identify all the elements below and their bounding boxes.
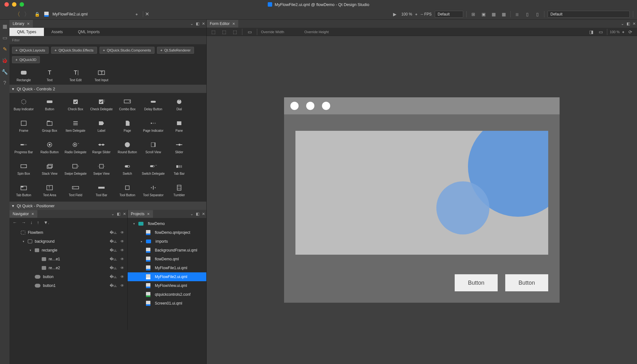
filter-input[interactable]: Filter <box>9 36 206 44</box>
override-height-label[interactable]: Override Height <box>304 30 329 34</box>
component-item[interactable]: Delay Button <box>140 94 166 115</box>
navigator-row[interactable]: button1�ււ👁 <box>9 281 127 290</box>
component-item[interactable]: Pane <box>166 115 192 136</box>
visibility-icon[interactable]: 👁 <box>120 275 124 279</box>
grid-icon-2[interactable]: ▦ <box>500 11 507 18</box>
component-item[interactable]: Round Button <box>114 136 140 158</box>
layout-icon[interactable]: ▭ <box>246 28 253 35</box>
export-icon[interactable]: �ււ <box>110 239 117 244</box>
mock-button-2[interactable]: Button <box>505 274 548 291</box>
component-item[interactable]: Tool Separator <box>140 179 166 201</box>
visibility-icon[interactable]: 👁 <box>120 239 124 244</box>
popout-icon[interactable]: ◧ <box>625 21 631 26</box>
arrow-left-icon[interactable]: ← <box>13 220 17 225</box>
component-item[interactable]: Check Box <box>63 94 88 115</box>
arrow-up-icon[interactable]: ↑ <box>37 220 39 225</box>
component-item[interactable]: TText Area <box>37 179 63 201</box>
project-row[interactable]: ▾flowDemo <box>128 219 206 228</box>
bounds-icon[interactable]: ▣ <box>480 11 487 18</box>
component-item[interactable]: Spin Box <box>11 158 37 179</box>
component-item[interactable]: Tool Bar <box>88 179 114 201</box>
navigator-row[interactable]: re…e2�ււ👁 <box>9 264 127 272</box>
component-item[interactable]: Slider <box>166 136 192 158</box>
tool-icon-1[interactable]: ◨ <box>588 28 595 35</box>
visibility-icon[interactable]: 👁 <box>120 230 124 235</box>
component-item[interactable]: Stack View <box>37 158 63 179</box>
library-tab[interactable]: Library ✕ <box>9 20 33 27</box>
zoom-value[interactable]: 100 % <box>401 12 412 16</box>
close-icon[interactable]: ✕ <box>27 22 30 26</box>
doc-mode-icon[interactable]: ▭ <box>1 34 8 41</box>
export-icon[interactable]: �ււ <box>110 257 117 261</box>
play-icon[interactable]: ▶ <box>391 11 398 18</box>
popout-icon[interactable]: ◧ <box>116 212 122 216</box>
project-row[interactable]: ▸imports <box>128 237 206 246</box>
mock-button-1[interactable]: Button <box>455 274 498 291</box>
popout-icon[interactable]: ◧ <box>195 21 201 26</box>
style-select[interactable]: Default <box>548 11 630 18</box>
component-item[interactable]: Text Field <box>63 179 88 201</box>
nav-forward-icon[interactable]: 〉 <box>24 10 30 18</box>
subtab-assets[interactable]: Assets <box>44 28 70 36</box>
zoom-dropdown-icon[interactable]: ◆ <box>415 13 417 16</box>
component-item[interactable]: TText Edit <box>63 66 88 85</box>
project-row[interactable]: MyFlowView.ui.qml <box>128 281 206 290</box>
settings-mode-icon[interactable]: 🔧 <box>1 68 8 75</box>
export-icon[interactable]: �ււ <box>110 266 117 270</box>
filter-icon[interactable]: ▼. <box>44 220 49 225</box>
component-item[interactable]: Item Delegate <box>63 115 88 136</box>
align-icon-2[interactable]: ▯ <box>524 11 531 18</box>
lock-icon[interactable]: 🔒 <box>33 11 40 18</box>
zoom-stepper-icon[interactable]: ◆ <box>622 30 624 33</box>
expand-icon[interactable]: ▾ <box>21 240 25 243</box>
grid-mode-icon[interactable]: ▦ <box>1 23 8 30</box>
close-panel-icon[interactable]: ✕ <box>201 21 206 26</box>
debug-mode-icon[interactable]: 🐞 <box>1 57 8 64</box>
project-row[interactable]: flowDemo.qmlproject <box>128 228 206 237</box>
expand-icon[interactable]: ▾ <box>132 222 136 225</box>
import-chip[interactable]: +QtQuick3D <box>12 56 40 63</box>
component-item[interactable]: Combo Box <box>114 94 140 115</box>
anchor-icon-3[interactable]: ⬚ <box>231 28 238 35</box>
anchor-icon-1[interactable]: ⬚ <box>210 28 217 35</box>
maximize-window-icon[interactable] <box>20 2 24 7</box>
navigator-row[interactable]: button�ււ👁 <box>9 272 127 281</box>
navigator-row[interactable]: re…e1�ււ👁 <box>9 255 127 264</box>
component-item[interactable]: Button <box>37 94 63 115</box>
component-item[interactable]: Range Slider <box>88 136 114 158</box>
import-chip[interactable]: +Qt.SafeRenderer <box>157 47 194 54</box>
close-panel-icon[interactable]: ✕ <box>201 212 206 216</box>
close-panel-icon[interactable]: ✕ <box>631 21 637 26</box>
component-item[interactable]: Rectangle <box>11 66 37 85</box>
align-icon-1[interactable]: ⫼ <box>514 11 521 18</box>
tool-icon-2[interactable]: ▭ <box>598 28 604 35</box>
popout-icon[interactable]: ◧ <box>195 212 201 216</box>
close-file-icon[interactable]: ✕ <box>143 11 151 17</box>
canvas[interactable]: Button Button <box>207 36 637 364</box>
component-item[interactable]: Swipe View <box>88 158 114 179</box>
subtab-qml-types[interactable]: QML Types <box>9 28 44 36</box>
canvas-zoom[interactable]: 100 % <box>610 30 620 34</box>
project-row[interactable]: MyFlowFile1.ui.qml <box>128 264 206 272</box>
open-file-name[interactable]: MyFlowFile2.ui.qml <box>52 12 132 16</box>
projects-tab[interactable]: Projects ✕ <box>128 210 153 218</box>
component-item[interactable]: Page <box>114 115 140 136</box>
anchor-icon-2[interactable]: ⬚ <box>221 28 228 35</box>
component-item[interactable]: Tab Button <box>11 179 37 201</box>
chevron-down-icon[interactable]: ⌄ <box>189 212 195 216</box>
expand-icon[interactable]: ▾ <box>28 249 32 252</box>
mock-circle-small[interactable] <box>436 181 489 234</box>
export-icon[interactable]: �ււ <box>110 230 117 235</box>
import-chip[interactable]: +QtQuick.Studio.Components <box>100 47 155 54</box>
grid-icon-1[interactable]: ▦ <box>490 11 497 18</box>
chevron-down-icon[interactable]: ⌄ <box>110 212 116 216</box>
section-positioner[interactable]: ▾ Qt Quick - Positioner <box>9 202 206 210</box>
component-item[interactable]: TText Input <box>88 66 114 85</box>
close-icon[interactable]: ✕ <box>31 212 34 216</box>
visibility-icon[interactable]: 👁 <box>120 283 124 288</box>
visibility-icon[interactable]: 👁 <box>120 266 124 270</box>
navigator-tab[interactable]: Navigator ✕ <box>9 210 37 218</box>
expand-icon[interactable]: ▸ <box>140 240 143 243</box>
override-width-label[interactable]: Override Width <box>261 30 284 34</box>
close-panel-icon[interactable]: ✕ <box>122 212 127 216</box>
